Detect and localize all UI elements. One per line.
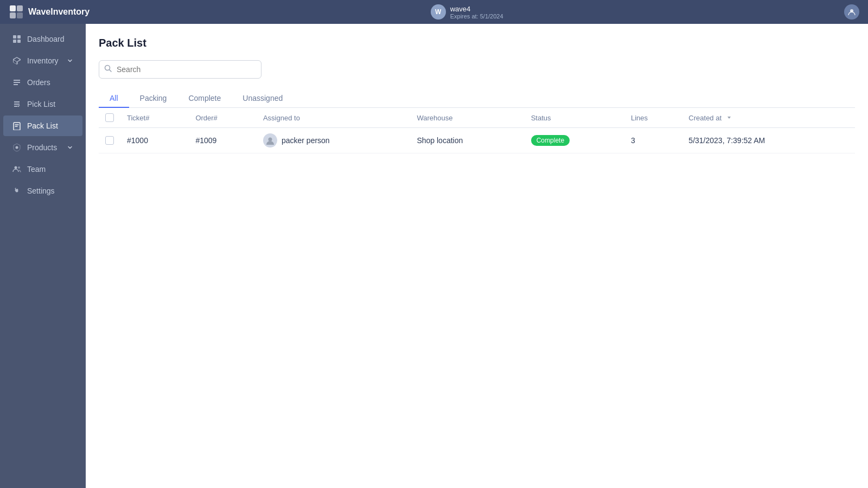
search-input[interactable] bbox=[99, 60, 261, 79]
topbar-user-expires: Expires at: 5/1/2024 bbox=[450, 13, 503, 20]
col-assigned-to: Assigned to bbox=[257, 108, 410, 128]
col-status: Status bbox=[525, 108, 624, 128]
svg-rect-6 bbox=[17, 35, 21, 38]
row-order: #1009 bbox=[189, 128, 257, 153]
sidebar-item-products[interactable]: Products bbox=[3, 137, 82, 158]
assigned-name: packer person bbox=[282, 136, 330, 145]
col-ticket: Ticket# bbox=[120, 108, 189, 128]
svg-point-10 bbox=[16, 146, 18, 149]
sidebar-item-dashboard[interactable]: Dashboard bbox=[3, 29, 82, 49]
sidebar-label-inventory: Inventory bbox=[27, 56, 61, 65]
tab-packing[interactable]: Packing bbox=[129, 89, 178, 108]
main-content: Pack List All Packing Complete Unassigne… bbox=[86, 24, 868, 488]
table-container: Ticket# Order# Assigned to Warehouse Sta… bbox=[99, 108, 855, 153]
products-chevron-icon bbox=[66, 144, 74, 151]
search-icon bbox=[104, 65, 112, 74]
row-lines: 3 bbox=[624, 128, 682, 153]
sidebar-label-orders: Orders bbox=[27, 78, 74, 87]
svg-rect-8 bbox=[17, 40, 21, 43]
row-ticket: #1000 bbox=[120, 128, 189, 153]
topbar-user[interactable]: W wave4 Expires at: 5/1/2024 bbox=[431, 4, 503, 20]
svg-rect-0 bbox=[10, 5, 16, 11]
inventory-chevron-icon bbox=[66, 57, 74, 65]
sidebar-item-inventory[interactable]: Inventory bbox=[3, 50, 82, 71]
sidebar-item-orders[interactable]: Orders bbox=[3, 72, 82, 93]
row-checkbox[interactable] bbox=[105, 136, 114, 145]
main-layout: Dashboard Inventory Orders Pick List bbox=[0, 24, 868, 488]
col-created-at-label: Created at bbox=[688, 114, 722, 122]
tab-complete[interactable]: Complete bbox=[177, 89, 232, 108]
picklist-icon bbox=[12, 99, 22, 109]
topbar-user-name: wave4 bbox=[450, 5, 503, 13]
avatar-icon bbox=[265, 136, 275, 145]
packlist-icon bbox=[12, 121, 22, 131]
svg-rect-7 bbox=[13, 40, 16, 43]
orders-icon bbox=[12, 78, 22, 87]
svg-rect-1 bbox=[17, 5, 23, 11]
sort-icon bbox=[726, 114, 732, 120]
sidebar-label-settings: Settings bbox=[27, 187, 74, 195]
logo-icon bbox=[9, 4, 24, 20]
sidebar-item-pick-list[interactable]: Pick List bbox=[3, 94, 82, 114]
sidebar: Dashboard Inventory Orders Pick List bbox=[0, 24, 86, 488]
svg-rect-2 bbox=[10, 12, 16, 18]
svg-point-14 bbox=[268, 138, 272, 142]
svg-point-12 bbox=[18, 166, 20, 169]
sidebar-label-products: Products bbox=[27, 143, 61, 152]
sidebar-label-dashboard: Dashboard bbox=[27, 35, 74, 43]
app-name: WaveInventory bbox=[28, 7, 90, 17]
pack-list-table: Ticket# Order# Assigned to Warehouse Sta… bbox=[99, 108, 855, 153]
topbar-user-info: wave4 Expires at: 5/1/2024 bbox=[450, 5, 503, 20]
sidebar-label-pack-list: Pack List bbox=[27, 121, 74, 130]
row-created-at: 5/31/2023, 7:39:52 AM bbox=[682, 128, 855, 153]
col-warehouse: Warehouse bbox=[410, 108, 524, 128]
row-checkbox-cell bbox=[99, 128, 120, 153]
sidebar-item-settings[interactable]: Settings bbox=[3, 181, 82, 201]
assigned-avatar bbox=[263, 133, 277, 147]
products-icon bbox=[12, 143, 22, 152]
sidebar-label-team: Team bbox=[27, 165, 74, 174]
sidebar-label-pick-list: Pick List bbox=[27, 100, 74, 108]
page-title: Pack List bbox=[99, 37, 855, 49]
tab-all[interactable]: All bbox=[99, 89, 129, 108]
tab-unassigned[interactable]: Unassigned bbox=[232, 89, 293, 108]
sidebar-item-team[interactable]: Team bbox=[3, 159, 82, 179]
status-badge: Complete bbox=[531, 135, 570, 146]
col-created-at[interactable]: Created at bbox=[682, 108, 855, 128]
app-logo: WaveInventory bbox=[9, 4, 90, 20]
topbar-avatar-right[interactable] bbox=[844, 4, 859, 20]
topbar: WaveInventory W wave4 Expires at: 5/1/20… bbox=[0, 0, 868, 24]
col-lines: Lines bbox=[624, 108, 682, 128]
svg-rect-5 bbox=[13, 35, 16, 38]
user-icon bbox=[847, 8, 856, 16]
row-status: Complete bbox=[525, 128, 624, 153]
tabs: All Packing Complete Unassigned bbox=[99, 89, 855, 108]
inventory-icon bbox=[12, 56, 22, 66]
search-container bbox=[99, 60, 261, 79]
team-icon bbox=[12, 164, 22, 174]
table-row: #1000 #1009 packer person bbox=[99, 128, 855, 153]
settings-icon bbox=[12, 186, 22, 196]
assigned-cell: packer person bbox=[263, 133, 404, 147]
select-all-checkbox[interactable] bbox=[105, 113, 114, 122]
row-assigned-to: packer person bbox=[257, 128, 410, 153]
col-checkbox bbox=[99, 108, 120, 128]
dashboard-icon bbox=[12, 34, 22, 44]
svg-rect-3 bbox=[17, 12, 23, 18]
col-order: Order# bbox=[189, 108, 257, 128]
sidebar-item-pack-list[interactable]: Pack List bbox=[3, 115, 82, 136]
row-warehouse: Shop location bbox=[410, 128, 524, 153]
topbar-user-avatar: W bbox=[431, 4, 446, 20]
svg-point-11 bbox=[15, 166, 17, 169]
